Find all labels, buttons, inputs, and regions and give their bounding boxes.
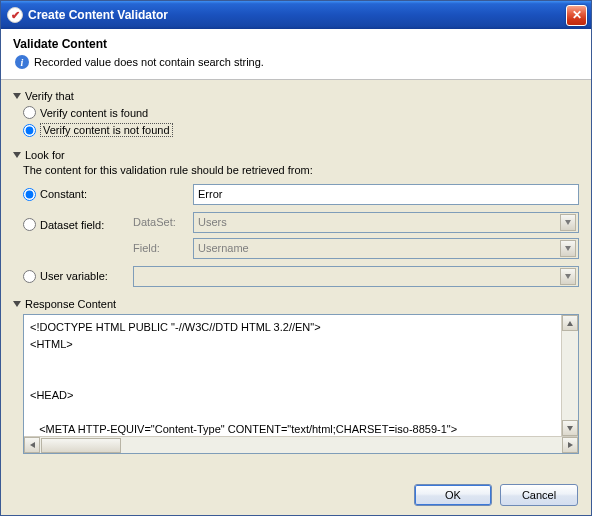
page-title: Validate Content <box>13 37 579 51</box>
dataset-combo[interactable]: Users <box>193 212 579 233</box>
radio-dataset-field[interactable] <box>23 218 36 231</box>
scroll-up-button[interactable] <box>562 315 578 331</box>
title-bar: ✔ Create Content Validator ✕ <box>1 1 591 29</box>
section-look-for-label: Look for <box>25 149 65 161</box>
look-for-description: The content for this validation rule sho… <box>13 163 579 180</box>
scroll-left-button[interactable] <box>24 437 40 453</box>
response-content-box: <!DOCTYPE HTML PUBLIC "-//W3C//DTD HTML … <box>23 314 579 454</box>
ok-button[interactable]: OK <box>414 484 492 506</box>
chevron-down-icon <box>560 214 576 231</box>
info-text: Recorded value does not contain search s… <box>34 56 264 68</box>
field-combo[interactable]: Username <box>193 238 579 259</box>
app-icon: ✔ <box>7 7 23 23</box>
section-response-content-label: Response Content <box>25 298 116 310</box>
radio-verify-found-label[interactable]: Verify content is found <box>40 107 148 119</box>
section-verify-that[interactable]: Verify that <box>13 86 579 104</box>
dataset-label: DataSet: <box>133 216 193 228</box>
chevron-down-icon <box>13 301 21 307</box>
radio-dataset-field-label[interactable]: Dataset field: <box>40 219 104 231</box>
radio-verify-not-found[interactable] <box>23 124 36 137</box>
button-bar: OK Cancel <box>414 484 578 506</box>
chevron-down-icon <box>560 240 576 257</box>
chevron-down-icon <box>13 93 21 99</box>
radio-verify-found[interactable] <box>23 106 36 119</box>
cancel-button[interactable]: Cancel <box>500 484 578 506</box>
chevron-down-icon <box>560 268 576 285</box>
header-panel: Validate Content i Recorded value does n… <box>1 29 591 80</box>
info-row: i Recorded value does not contain search… <box>13 55 579 69</box>
field-combo-value: Username <box>198 242 249 254</box>
user-variable-combo[interactable] <box>133 266 579 287</box>
radio-constant[interactable] <box>23 188 36 201</box>
chevron-down-icon <box>13 152 21 158</box>
window-title: Create Content Validator <box>28 8 566 22</box>
close-button[interactable]: ✕ <box>566 5 587 26</box>
scroll-down-button[interactable] <box>562 420 578 436</box>
section-look-for[interactable]: Look for <box>13 145 579 163</box>
radio-user-variable-label[interactable]: User variable: <box>40 270 108 282</box>
section-response-content[interactable]: Response Content <box>13 294 579 312</box>
field-label: Field: <box>133 242 193 254</box>
constant-input[interactable] <box>193 184 579 205</box>
info-icon: i <box>15 55 29 69</box>
response-content-text[interactable]: <!DOCTYPE HTML PUBLIC "-//W3C//DTD HTML … <box>24 315 578 436</box>
dataset-combo-value: Users <box>198 216 227 228</box>
scroll-right-button[interactable] <box>562 437 578 453</box>
radio-user-variable[interactable] <box>23 270 36 283</box>
vertical-scrollbar[interactable] <box>561 315 578 436</box>
scroll-thumb[interactable] <box>41 438 121 453</box>
horizontal-scrollbar[interactable] <box>24 436 578 453</box>
radio-verify-not-found-label[interactable]: Verify content is not found <box>40 123 173 137</box>
radio-constant-label[interactable]: Constant: <box>40 188 87 200</box>
section-verify-that-label: Verify that <box>25 90 74 102</box>
